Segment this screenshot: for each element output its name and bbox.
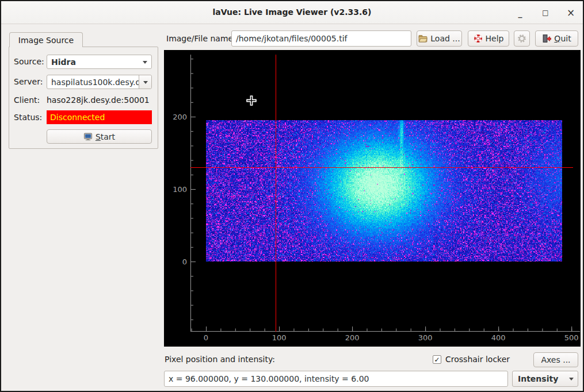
status-label: Status: bbox=[14, 113, 42, 122]
quit-button[interactable]: Quit bbox=[535, 30, 578, 47]
svg-text:400: 400 bbox=[491, 333, 506, 342]
image-source-panel: Source: Hidra Server: haspilatus100k.des… bbox=[9, 47, 158, 149]
app-window: laVue: Live Image Viewer (v2.33.6) _ □ ×… bbox=[0, 0, 584, 392]
svg-text:200: 200 bbox=[345, 333, 360, 342]
mouse-crosshair-cursor bbox=[246, 95, 257, 106]
crosshair-locker-checkbox[interactable]: ✓ bbox=[433, 355, 441, 364]
client-value: haso228jk.desy.de:50001 bbox=[47, 95, 150, 105]
server-combobox[interactable]: haspilatus100k.desy.de bbox=[47, 75, 152, 89]
chevron-down-icon bbox=[565, 371, 578, 386]
help-button[interactable]: Help bbox=[468, 30, 509, 47]
maximize-button[interactable]: □ bbox=[540, 7, 551, 18]
chevron-down-icon[interactable] bbox=[139, 75, 151, 89]
source-label: Source: bbox=[14, 57, 44, 66]
file-name-input[interactable] bbox=[231, 30, 411, 47]
svg-text:0: 0 bbox=[182, 258, 187, 266]
tab-image-source[interactable]: Image Source bbox=[9, 32, 83, 47]
window-controls: _ □ × bbox=[515, 1, 576, 24]
svg-text:500: 500 bbox=[564, 333, 579, 342]
close-button[interactable]: × bbox=[566, 7, 576, 18]
crosshair-locker-label: Crosshair locker bbox=[445, 355, 510, 364]
load-button-label: Load ... bbox=[430, 34, 460, 43]
gear-icon bbox=[517, 34, 526, 43]
status-badge: Disconnected bbox=[47, 110, 152, 124]
detector-image[interactable] bbox=[206, 120, 562, 262]
file-name-label: Image/File name: bbox=[166, 34, 236, 43]
folder-icon bbox=[418, 34, 427, 43]
pixel-position-input[interactable] bbox=[164, 371, 508, 387]
quit-button-label: Quit bbox=[554, 34, 571, 43]
source-combobox[interactable]: Hidra bbox=[47, 55, 152, 69]
start-button[interactable]: Start bbox=[47, 129, 152, 144]
server-label: Server: bbox=[14, 77, 43, 86]
crosshair-vline[interactable] bbox=[276, 55, 276, 332]
source-selected-value: Hidra bbox=[47, 57, 139, 67]
svg-text:100: 100 bbox=[173, 185, 187, 194]
lifebuoy-help-icon bbox=[474, 34, 483, 43]
check-icon: ✓ bbox=[434, 356, 440, 364]
chevron-down-icon bbox=[139, 55, 151, 68]
help-button-label: Help bbox=[486, 34, 504, 43]
intensity-selected-value: Intensity bbox=[513, 374, 565, 383]
pixel-position-label: Pixel position and intensity: bbox=[165, 355, 275, 364]
titlebar: laVue: Live Image Viewer (v2.33.6) _ □ × bbox=[1, 1, 583, 24]
quit-door-icon bbox=[542, 34, 551, 43]
plot-area[interactable]: 01002003004005000100200 bbox=[164, 50, 581, 347]
client-label: Client: bbox=[14, 95, 40, 105]
svg-text:0: 0 bbox=[204, 333, 208, 342]
axes-button[interactable]: Axes ... bbox=[533, 352, 578, 367]
start-button-label: Start bbox=[96, 132, 115, 141]
load-button[interactable]: Load ... bbox=[417, 30, 462, 47]
settings-button[interactable] bbox=[514, 30, 530, 47]
svg-text:300: 300 bbox=[418, 333, 433, 342]
window-title: laVue: Live Image Viewer (v2.33.6) bbox=[1, 7, 583, 17]
intensity-scale-combobox[interactable]: Intensity bbox=[512, 371, 578, 387]
svg-text:100: 100 bbox=[272, 333, 287, 342]
minimize-button[interactable]: _ bbox=[515, 7, 525, 18]
svg-text:200: 200 bbox=[173, 113, 187, 121]
crosshair-hline[interactable] bbox=[190, 167, 573, 168]
server-selected-value: haspilatus100k.desy.de bbox=[47, 78, 139, 87]
monitor-icon bbox=[83, 132, 93, 141]
